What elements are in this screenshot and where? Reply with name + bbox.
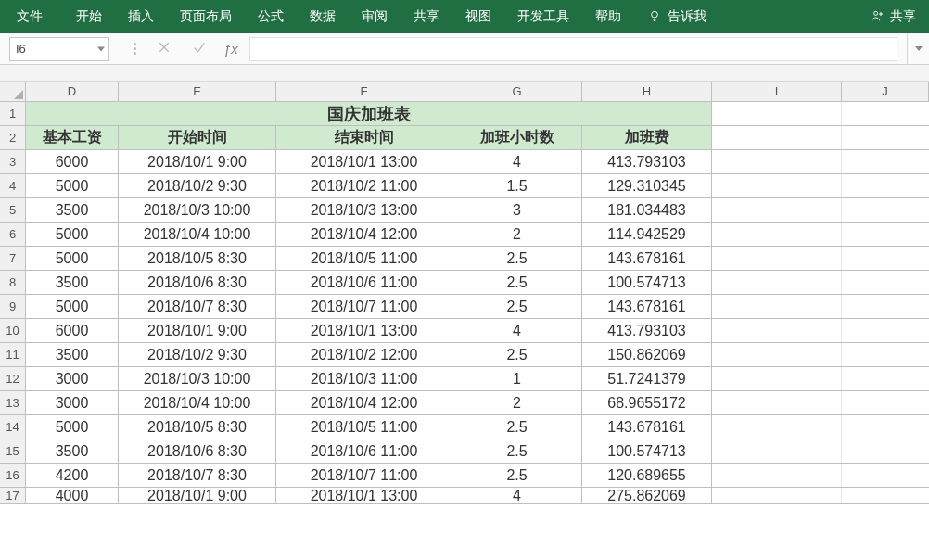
cell[interactable]: 2.5: [452, 271, 582, 294]
cell[interactable]: 6000: [26, 319, 119, 342]
cell[interactable]: 3000: [26, 391, 119, 414]
tab-home[interactable]: 开始: [63, 0, 115, 33]
cell[interactable]: 2018/10/7 11:00: [276, 295, 452, 318]
row-header[interactable]: 12: [0, 367, 26, 390]
cell[interactable]: [842, 343, 929, 366]
row-header[interactable]: 8: [0, 271, 26, 294]
cell[interactable]: 2018/10/4 10:00: [119, 391, 276, 414]
column-header-H[interactable]: H: [582, 82, 712, 101]
cell[interactable]: 68.9655172: [582, 391, 712, 414]
enter-icon[interactable]: [192, 40, 207, 57]
fx-label[interactable]: ƒx: [223, 41, 238, 57]
cell[interactable]: [842, 150, 929, 173]
cell[interactable]: 2: [452, 223, 582, 246]
cell[interactable]: 2018/10/5 8:30: [119, 415, 276, 439]
cell[interactable]: 2018/10/6 8:30: [119, 439, 276, 463]
cell[interactable]: 2018/10/1 13:00: [276, 150, 452, 173]
cell[interactable]: 2018/10/3 10:00: [119, 367, 276, 390]
cell[interactable]: 加班小时数: [452, 126, 582, 149]
row-header[interactable]: 4: [0, 174, 26, 197]
cell[interactable]: [712, 102, 842, 125]
row-header[interactable]: 10: [0, 319, 26, 342]
cell[interactable]: 2018/10/1 13:00: [276, 488, 452, 503]
cell[interactable]: 结束时间: [276, 126, 452, 149]
cell[interactable]: [842, 198, 929, 222]
name-box[interactable]: I6: [9, 37, 109, 61]
cell[interactable]: 5000: [26, 295, 119, 318]
cell[interactable]: 143.678161: [582, 247, 712, 270]
cell[interactable]: 2018/10/4 10:00: [119, 223, 276, 246]
cell[interactable]: 3000: [26, 367, 119, 390]
column-header-G[interactable]: G: [452, 82, 582, 101]
tab-page-layout[interactable]: 页面布局: [167, 0, 245, 33]
cell[interactable]: 2.5: [452, 464, 582, 487]
cell[interactable]: 2018/10/2 11:00: [276, 174, 452, 197]
cell[interactable]: [842, 174, 929, 197]
column-header-I[interactable]: I: [712, 82, 842, 101]
cell[interactable]: 2018/10/7 8:30: [119, 295, 276, 318]
cell[interactable]: 4200: [26, 464, 119, 487]
cell[interactable]: 基本工资: [26, 126, 119, 149]
row-header[interactable]: 3: [0, 150, 26, 173]
cell[interactable]: 3500: [26, 271, 119, 294]
cell[interactable]: [842, 488, 929, 503]
cell[interactable]: 3500: [26, 198, 119, 222]
cell[interactable]: 2018/10/7 11:00: [276, 464, 452, 487]
cell[interactable]: [712, 464, 842, 487]
cell[interactable]: 2018/10/4 12:00: [276, 391, 452, 414]
cell[interactable]: [712, 247, 842, 270]
row-header[interactable]: 15: [0, 439, 26, 463]
cell[interactable]: 51.7241379: [582, 367, 712, 390]
cell[interactable]: 1: [452, 367, 582, 390]
cell[interactable]: 3: [452, 198, 582, 222]
cell[interactable]: 6000: [26, 150, 119, 173]
cell[interactable]: [712, 295, 842, 318]
tab-file[interactable]: 文件: [0, 0, 63, 33]
cell[interactable]: [712, 488, 842, 503]
cell[interactable]: [712, 439, 842, 463]
tab-share[interactable]: 共享: [401, 0, 452, 33]
row-header[interactable]: 9: [0, 295, 26, 318]
tab-tell-me[interactable]: 告诉我: [634, 0, 719, 33]
cell[interactable]: 114.942529: [582, 223, 712, 246]
cell[interactable]: 413.793103: [582, 319, 712, 342]
cell[interactable]: 开始时间: [119, 126, 276, 149]
cell[interactable]: [842, 439, 929, 463]
cell[interactable]: [712, 198, 842, 222]
cell[interactable]: 4: [452, 150, 582, 173]
row-header[interactable]: 7: [0, 247, 26, 270]
cell[interactable]: 2: [452, 391, 582, 414]
cell[interactable]: 2.5: [452, 343, 582, 366]
formula-expand[interactable]: [907, 33, 929, 65]
cell[interactable]: 129.310345: [582, 174, 712, 197]
cell[interactable]: [842, 319, 929, 342]
cell[interactable]: 120.689655: [582, 464, 712, 487]
row-header[interactable]: 14: [0, 415, 26, 439]
cell[interactable]: 5000: [26, 174, 119, 197]
cell[interactable]: [712, 415, 842, 439]
cell[interactable]: [842, 126, 929, 149]
cell[interactable]: [842, 464, 929, 487]
cell[interactable]: [842, 391, 929, 414]
cell[interactable]: [842, 295, 929, 318]
column-header-E[interactable]: E: [119, 82, 276, 101]
cell[interactable]: 3500: [26, 439, 119, 463]
cell[interactable]: 2018/10/1 9:00: [119, 488, 276, 503]
cell[interactable]: 2018/10/6 11:00: [276, 439, 452, 463]
tab-formulas[interactable]: 公式: [245, 0, 297, 33]
cell[interactable]: 275.862069: [582, 488, 712, 503]
cell[interactable]: 2.5: [452, 439, 582, 463]
cell[interactable]: 2018/10/5 11:00: [276, 247, 452, 270]
cell[interactable]: [842, 247, 929, 270]
cell[interactable]: 2018/10/3 13:00: [276, 198, 452, 222]
cell[interactable]: 2018/10/5 11:00: [276, 415, 452, 439]
cell[interactable]: 150.862069: [582, 343, 712, 366]
tab-insert[interactable]: 插入: [115, 0, 167, 33]
tab-developer[interactable]: 开发工具: [504, 0, 582, 33]
cancel-icon[interactable]: [157, 40, 172, 57]
tab-view[interactable]: 视图: [452, 0, 504, 33]
cell[interactable]: 5000: [26, 223, 119, 246]
cell[interactable]: 2018/10/2 9:30: [119, 343, 276, 366]
cell[interactable]: 143.678161: [582, 295, 712, 318]
cell[interactable]: 2018/10/1 9:00: [119, 319, 276, 342]
